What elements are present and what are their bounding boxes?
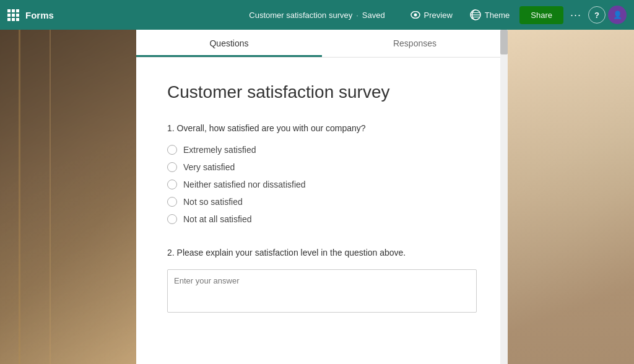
more-button[interactable]: ··· (566, 5, 586, 25)
app-name: Forms (25, 10, 54, 20)
form-panel: Questions Responses Customer satisfactio… (136, 30, 508, 364)
help-icon: ? (594, 11, 599, 20)
top-bar-left: Forms (7, 9, 54, 21)
option-extremely-satisfied-label: Extremely satisfied (183, 145, 256, 155)
radio-not-at-all-satisfied[interactable] (167, 214, 177, 224)
top-bar-center: Customer satisfaction survey · Saved (249, 11, 384, 20)
question-1-number: 1. (167, 123, 175, 133)
question-1-text: Overall, how satisfied are you with our … (177, 123, 366, 133)
option-extremely-satisfied[interactable]: Extremely satisfied (167, 145, 477, 155)
avatar[interactable]: 👤 (608, 6, 627, 24)
option-very-satisfied-label: Very satisfied (183, 162, 235, 172)
tab-responses[interactable]: Responses (322, 30, 508, 57)
saved-status: Saved (362, 11, 385, 20)
scrollbar-thumb[interactable] (500, 30, 508, 54)
tab-questions[interactable]: Questions (136, 30, 322, 57)
person-image-overlay (498, 30, 634, 364)
option-not-so-satisfied-label: Not so satisfied (183, 197, 243, 207)
survey-title: Customer satisfaction survey (167, 82, 477, 102)
app-grid-icon[interactable] (7, 9, 19, 21)
theme-label: Theme (485, 11, 510, 20)
help-button[interactable]: ? (588, 6, 606, 24)
option-very-satisfied[interactable]: Very satisfied (167, 162, 477, 172)
tab-responses-label: Responses (393, 38, 436, 48)
question-2-text: Please explain your satisfaction level i… (177, 248, 406, 258)
radio-extremely-satisfied[interactable] (167, 145, 177, 155)
question-2-block: 2. Please explain your satisfaction leve… (167, 246, 477, 315)
avatar-initials: 👤 (613, 11, 622, 19)
question-2-number: 2. (167, 248, 175, 258)
theme-button[interactable]: Theme (462, 6, 517, 24)
scrollbar-track[interactable] (500, 30, 508, 364)
share-label: Share (531, 11, 552, 20)
left-panel (0, 30, 136, 364)
option-not-at-all-satisfied[interactable]: Not at all satisfied (167, 214, 477, 224)
option-not-so-satisfied[interactable]: Not so satisfied (167, 197, 477, 207)
option-not-at-all-satisfied-label: Not at all satisfied (183, 214, 252, 224)
radio-not-so-satisfied[interactable] (167, 197, 177, 207)
radio-neither-satisfied[interactable] (167, 180, 177, 189)
tab-questions-label: Questions (209, 38, 248, 48)
right-panel (508, 30, 634, 364)
form-content: Customer satisfaction survey 1. Overall,… (136, 58, 508, 364)
main-area: Questions Responses Customer satisfactio… (0, 30, 634, 364)
top-bar-right: Preview Theme Share ··· ? 👤 (403, 5, 627, 25)
document-title: Customer satisfaction survey (249, 11, 352, 20)
svg-point-1 (414, 14, 417, 17)
saved-separator: · (356, 11, 358, 20)
top-bar: Forms Customer satisfaction survey · Sav… (0, 0, 634, 30)
eye-icon (410, 11, 420, 19)
more-icon: ··· (570, 9, 581, 22)
preview-button[interactable]: Preview (403, 7, 460, 24)
option-neither-satisfied[interactable]: Neither satisfied nor dissatisfied (167, 180, 477, 189)
share-button[interactable]: Share (519, 6, 563, 24)
question-2-label: 2. Please explain your satisfaction leve… (167, 246, 477, 259)
preview-label: Preview (424, 11, 453, 20)
tabs-bar: Questions Responses (136, 30, 508, 58)
question-1-label: 1. Overall, how satisfied are you with o… (167, 122, 477, 135)
answer-textarea[interactable] (167, 269, 477, 313)
radio-very-satisfied[interactable] (167, 162, 177, 172)
theme-icon (470, 9, 481, 20)
question-1-block: 1. Overall, how satisfied are you with o… (167, 122, 477, 224)
option-neither-satisfied-label: Neither satisfied nor dissatisfied (183, 180, 306, 189)
